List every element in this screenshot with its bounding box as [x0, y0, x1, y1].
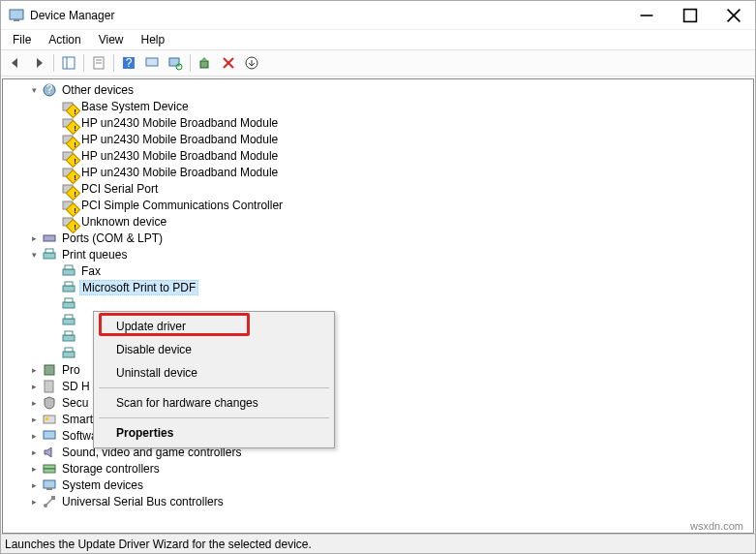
- tree-node-printer[interactable]: Fax: [9, 262, 753, 279]
- tree-node-print-queues[interactable]: ▾Print queues: [9, 246, 753, 262]
- show-hide-tree-button[interactable]: [58, 52, 79, 74]
- svg-rect-26: [63, 169, 73, 176]
- expand-icon[interactable]: ▸: [28, 397, 40, 409]
- device-tree-panel[interactable]: ▾ ? Other devices Base System Device HP …: [2, 78, 754, 534]
- menu-action[interactable]: Action: [41, 32, 88, 47]
- tree-node-device[interactable]: HP un2430 Mobile Broadband Module: [9, 114, 753, 131]
- tree-node-usb[interactable]: ▸Universal Serial Bus controllers: [9, 493, 753, 509]
- tree-node-device[interactable]: HP un2430 Mobile Broadband Module: [9, 164, 753, 180]
- device-warning-icon: [61, 165, 76, 180]
- tree-label: Microsoft Print to PDF: [79, 280, 198, 295]
- tree-node-device[interactable]: HP un2430 Mobile Broadband Module: [9, 131, 753, 147]
- expand-icon[interactable]: ▸: [28, 232, 40, 244]
- status-text: Launches the Update Driver Wizard for th…: [5, 538, 312, 551]
- expand-icon[interactable]: ▸: [28, 496, 40, 508]
- svg-rect-35: [63, 286, 75, 292]
- close-button[interactable]: [711, 1, 755, 30]
- tree-label: PCI Simple Communications Controller: [79, 199, 285, 212]
- uninstall-button[interactable]: [218, 52, 239, 74]
- svg-rect-41: [63, 335, 75, 341]
- maximize-button[interactable]: [668, 1, 711, 30]
- device-warning-icon: [61, 181, 76, 197]
- usb-icon: [42, 494, 57, 509]
- window-title: Device Manager: [30, 9, 624, 22]
- svg-rect-36: [65, 282, 73, 286]
- svg-rect-13: [146, 58, 158, 66]
- tree-label: Base System Device: [79, 100, 191, 113]
- svg-rect-32: [45, 249, 53, 253]
- tree-node-printer[interactable]: Microsoft Print to PDF: [9, 279, 753, 295]
- help-button[interactable]: ?: [118, 52, 139, 74]
- expand-icon[interactable]: ▸: [28, 446, 40, 458]
- tree-label: Pro: [60, 363, 82, 377]
- scan-hardware-button[interactable]: [165, 52, 186, 74]
- svg-rect-52: [44, 480, 55, 488]
- tree-label: Storage controllers: [60, 462, 162, 476]
- expand-icon[interactable]: ▸: [28, 463, 40, 475]
- svg-rect-43: [63, 352, 75, 357]
- properties-button[interactable]: [88, 52, 109, 74]
- menu-help[interactable]: Help: [134, 32, 173, 47]
- menu-file[interactable]: File: [5, 32, 39, 47]
- tree-node-printer[interactable]: [9, 295, 753, 312]
- tree-label: Ports (COM & LPT): [60, 231, 165, 245]
- toolbar: ?: [1, 49, 755, 77]
- printer-icon: [61, 263, 76, 279]
- svg-text:?: ?: [126, 56, 133, 70]
- svg-rect-1: [14, 19, 19, 21]
- device-warning-icon: [61, 148, 76, 164]
- tree-label: System devices: [60, 478, 145, 492]
- device-warning-icon: [61, 132, 76, 147]
- expand-icon[interactable]: ▸: [28, 430, 40, 442]
- printer-icon: [61, 313, 76, 328]
- expand-icon[interactable]: ▸: [28, 479, 40, 491]
- expand-icon[interactable]: ▸: [28, 414, 40, 425]
- tree-label: HP un2430 Mobile Broadband Module: [79, 166, 280, 179]
- toolbar-separator: [53, 54, 54, 72]
- expand-icon[interactable]: ▸: [28, 381, 40, 392]
- printer-icon: [61, 329, 76, 345]
- tree-label: PCI Serial Port: [79, 182, 160, 196]
- tree-node-device[interactable]: Unknown device: [9, 213, 753, 230]
- tree-node-device[interactable]: PCI Serial Port: [9, 180, 753, 197]
- collapse-icon[interactable]: ▾: [28, 249, 40, 261]
- tree-node-device[interactable]: Base System Device: [9, 98, 753, 114]
- svg-rect-23: [63, 119, 73, 127]
- tree-label: Secu: [60, 396, 90, 410]
- svg-rect-27: [63, 185, 73, 193]
- tree-label: Fax: [79, 264, 103, 278]
- svg-rect-48: [45, 417, 48, 420]
- tree-node-storage[interactable]: ▸Storage controllers: [9, 460, 753, 477]
- svg-rect-0: [10, 10, 23, 19]
- expand-icon[interactable]: ▸: [28, 364, 40, 376]
- tree-node-system[interactable]: ▸System devices: [9, 477, 753, 493]
- forward-button[interactable]: [28, 52, 49, 74]
- tree-node-ports[interactable]: ▸Ports (COM & LPT): [9, 230, 753, 246]
- tree-node-device[interactable]: PCI Simple Communications Controller: [9, 197, 753, 213]
- software-icon: [42, 428, 57, 444]
- svg-rect-55: [51, 496, 55, 500]
- status-bar: Launches the Update Driver Wizard for th…: [1, 534, 755, 553]
- device-warning-icon: [61, 198, 76, 213]
- ctx-disable-device[interactable]: Disable device: [97, 338, 331, 361]
- menu-view[interactable]: View: [91, 32, 132, 47]
- update-driver-button[interactable]: [195, 52, 216, 74]
- tree-node-device[interactable]: HP un2430 Mobile Broadband Module: [9, 147, 753, 164]
- ctx-scan-hardware[interactable]: Scan for hardware changes: [97, 391, 331, 415]
- enable-button[interactable]: [241, 52, 262, 74]
- collapse-icon[interactable]: ▾: [28, 84, 40, 96]
- toolbar-icon[interactable]: [141, 52, 163, 74]
- minimize-button[interactable]: [624, 1, 668, 30]
- device-warning-icon: [61, 115, 76, 131]
- ctx-update-driver[interactable]: Update driver: [97, 315, 331, 338]
- sd-icon: [42, 379, 57, 394]
- ctx-properties[interactable]: Properties: [97, 421, 331, 445]
- svg-rect-28: [63, 201, 73, 209]
- tree-label: Universal Serial Bus controllers: [60, 495, 226, 508]
- ctx-uninstall-device[interactable]: Uninstall device: [97, 361, 331, 385]
- device-warning-icon: [61, 99, 76, 114]
- tree-node-other-devices[interactable]: ▾ ? Other devices: [9, 81, 753, 98]
- system-icon: [42, 477, 57, 493]
- back-button[interactable]: [5, 52, 26, 74]
- svg-rect-25: [63, 152, 73, 160]
